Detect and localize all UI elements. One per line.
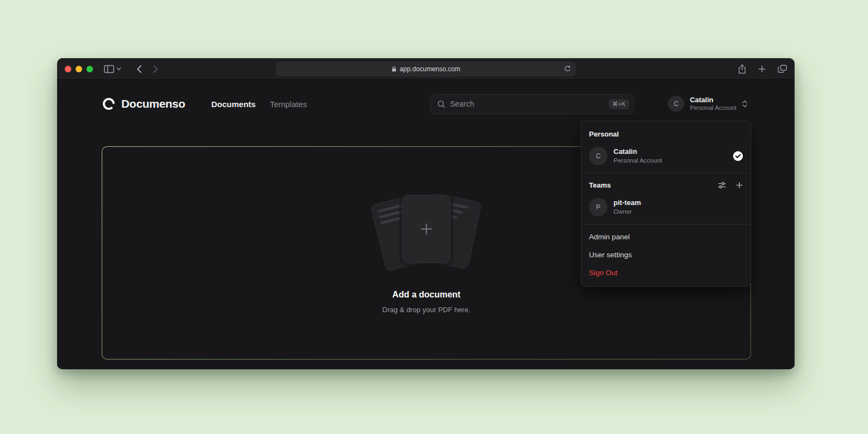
tab-group-chevron-icon[interactable] — [116, 67, 121, 71]
search-bar[interactable]: ⌘+K — [430, 94, 634, 114]
menu-divider — [581, 224, 751, 225]
admin-panel-link[interactable]: Admin panel — [581, 228, 751, 246]
team-labels: pit-team Owner — [613, 199, 641, 216]
main-nav: Documents Templates — [212, 100, 307, 109]
nav-documents[interactable]: Documents — [212, 100, 256, 109]
teams-section-heading-row: Teams — [581, 177, 751, 194]
personal-labels: Catalin Personal Account — [613, 147, 662, 165]
search-input[interactable] — [450, 100, 604, 108]
dropzone-title: Add a document — [392, 290, 460, 300]
selected-check-icon — [733, 151, 743, 161]
team-role: Owner — [613, 208, 641, 216]
menu-divider — [581, 173, 751, 173]
nav-templates[interactable]: Templates — [270, 100, 307, 109]
app-content: Documenso Documents Templates ⌘+K C Cata… — [57, 80, 795, 369]
account-name: Catalin — [690, 96, 736, 104]
documenso-logo-icon — [102, 97, 116, 111]
user-settings-link[interactable]: User settings — [581, 246, 751, 264]
brand-logo-link[interactable]: Documenso — [102, 97, 185, 111]
personal-name: Catalin — [613, 147, 662, 157]
add-team-icon[interactable] — [736, 182, 743, 189]
team-name: pit-team — [613, 199, 641, 208]
document-stack-illustration — [372, 192, 481, 274]
tab-overview-icon[interactable] — [778, 65, 787, 73]
account-avatar: C — [668, 96, 684, 112]
chevron-up-down-icon — [742, 100, 748, 108]
close-window-button[interactable] — [65, 66, 71, 72]
address-bar[interactable]: app.documenso.com — [276, 61, 576, 76]
team-item[interactable]: P pit-team Owner — [581, 194, 751, 221]
personal-subtitle: Personal Account — [613, 157, 662, 165]
toolbar-right-actions — [738, 64, 787, 74]
account-menu-trigger[interactable]: C Catalin Personal Account — [668, 96, 748, 112]
account-labels: Catalin Personal Account — [690, 96, 736, 112]
illustration-card-center — [402, 195, 450, 263]
sign-out-link[interactable]: Sign Out — [581, 264, 751, 282]
search-shortcut-badge: ⌘+K — [609, 99, 630, 109]
personal-avatar: C — [589, 147, 607, 165]
sidebar-toggle-icon[interactable] — [104, 65, 114, 73]
zoom-window-button[interactable] — [86, 66, 93, 72]
personal-account-item[interactable]: C Catalin Personal Account — [581, 142, 751, 170]
traffic-lights — [65, 66, 93, 72]
manage-teams-icon[interactable] — [718, 182, 726, 189]
account-dropdown-menu: Personal C Catalin Personal Account Team… — [581, 121, 751, 287]
teams-heading: Teams — [589, 181, 611, 189]
search-icon — [437, 100, 445, 108]
browser-toolbar: app.documenso.com — [57, 58, 795, 80]
account-subtitle: Personal Account — [690, 104, 736, 112]
forward-icon[interactable] — [153, 65, 158, 73]
share-icon[interactable] — [738, 64, 746, 74]
minimize-window-button[interactable] — [76, 66, 82, 72]
teams-actions — [718, 182, 743, 189]
reload-icon[interactable] — [564, 65, 571, 72]
team-avatar: P — [589, 198, 607, 216]
url-text: app.documenso.com — [400, 65, 460, 73]
new-tab-icon[interactable] — [758, 65, 766, 73]
dropzone-subtitle: Drag & drop your PDF here. — [382, 306, 470, 314]
lock-icon — [392, 66, 396, 72]
plus-icon — [419, 222, 433, 236]
brand-name: Documenso — [121, 97, 185, 110]
browser-window: app.documenso.com — [57, 58, 795, 369]
personal-section-heading: Personal — [581, 126, 751, 142]
back-icon[interactable] — [137, 65, 142, 73]
